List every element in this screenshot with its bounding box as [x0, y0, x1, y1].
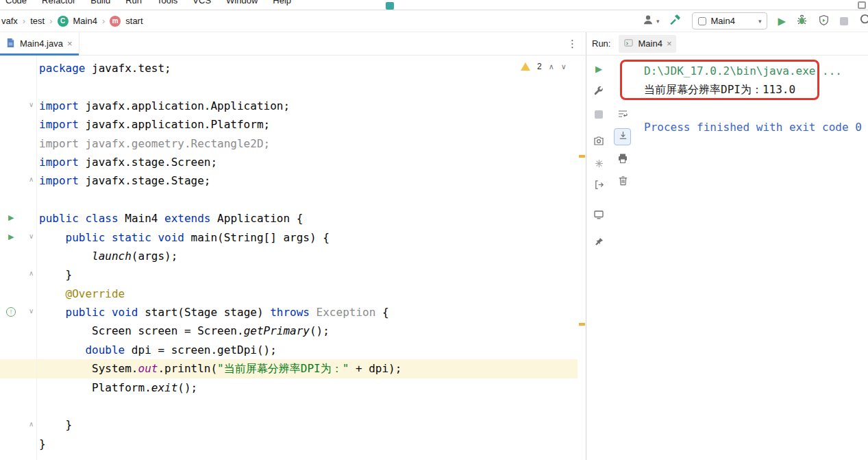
pin-tab-button[interactable] — [593, 237, 604, 248]
next-warning-icon[interactable]: ∨ — [561, 62, 567, 71]
breadcrumb-item-package[interactable]: test — [30, 16, 45, 26]
menu-item-window[interactable]: Window — [226, 0, 258, 10]
menu-item-help[interactable]: Help — [273, 0, 291, 10]
fold-expand-icon[interactable]: ∧ — [29, 175, 34, 183]
menu-item-run[interactable]: Run — [125, 0, 142, 10]
fold-expand-icon[interactable]: ∧ — [29, 269, 34, 277]
code-line[interactable]: launch(args); — [0, 247, 578, 265]
restore-layout-button[interactable] — [593, 210, 604, 221]
breadcrumb-item-project[interactable]: vafx — [1, 16, 18, 26]
thread-dump-button[interactable] — [593, 136, 604, 147]
hammer-icon — [669, 18, 682, 28]
fold-collapse-icon[interactable]: ∨ — [29, 307, 34, 315]
stop-button[interactable] — [840, 17, 848, 25]
code-line[interactable] — [0, 191, 578, 209]
stop-icon — [595, 110, 603, 119]
code-line[interactable]: double dpi = screen.getDpi(); — [0, 341, 578, 359]
run-tab-main4[interactable]: Main4 × — [619, 35, 676, 53]
shield-icon — [818, 18, 830, 28]
wrench-icon — [593, 85, 604, 98]
collect-gc-button[interactable] — [593, 159, 604, 170]
code-line[interactable]: import javafx.stage.Screen; — [0, 153, 578, 171]
build-project-button[interactable] — [669, 14, 682, 28]
modify-run-settings-button[interactable] — [593, 86, 604, 97]
print-button[interactable] — [617, 154, 628, 165]
editor-tab-bar: Main4.java × ⋮ — [0, 32, 586, 56]
run-button[interactable]: ▶ — [778, 16, 786, 26]
stop-process-button[interactable] — [593, 109, 604, 120]
method-icon: m — [110, 16, 121, 27]
soft-wrap-button[interactable] — [617, 109, 628, 120]
menu-item-refactor[interactable]: Refactor — [42, 0, 75, 10]
fold-collapse-icon[interactable]: ∨ — [29, 232, 34, 240]
code-line[interactable] — [0, 77, 578, 96]
code-line[interactable]: import javafx.application.Platform; — [0, 115, 578, 134]
menu-bar: Code Refactor Build Run Tools VCS Window… — [0, 0, 868, 10]
code-line[interactable]: } — [0, 415, 578, 434]
menu-item-vcs[interactable]: VCS — [193, 0, 211, 10]
attach-console-button[interactable] — [593, 180, 604, 191]
code-line[interactable]: import javafx.application.Application; — [0, 97, 578, 115]
menu-item-tools[interactable]: Tools — [157, 0, 177, 10]
soft-wrap-icon — [617, 108, 628, 121]
console-output[interactable]: D:\JDK_17.0.2\bin\java.exe ...当前屏幕分辨率DPI… — [636, 58, 868, 460]
clear-all-button[interactable] — [617, 176, 628, 187]
user-icon — [642, 14, 654, 28]
console-line: D:\JDK_17.0.2\bin\java.exe ... — [644, 62, 868, 80]
search-everywhere-button[interactable] — [858, 12, 868, 29]
breadcrumb-item-method[interactable]: start — [125, 16, 142, 26]
main-toolbar: ▾ Main4 ▾ ▶ — [642, 12, 868, 29]
fold-collapse-icon[interactable]: ∨ — [29, 101, 34, 108]
tab-main4-java[interactable]: Main4.java × — [0, 32, 79, 56]
search-icon — [858, 19, 868, 29]
pin-icon — [594, 237, 604, 249]
tab-options-kebab-icon[interactable]: ⋮ — [567, 38, 586, 50]
code-line[interactable]: @Override — [0, 285, 578, 303]
prev-warning-icon[interactable]: ∧ — [549, 62, 554, 71]
warning-stripe-mark[interactable] — [579, 323, 585, 326]
breadcrumb-item-class[interactable]: Main4 — [73, 16, 97, 26]
warning-icon[interactable] — [521, 62, 530, 71]
monitor-icon — [593, 209, 604, 222]
code-line[interactable]: public class Main4 extends Application { — [0, 209, 578, 228]
editor[interactable]: package javafx.test;import javafx.applic… — [0, 56, 586, 460]
gutter: ∨∧▶▶∨∧↑∨∧ — [0, 56, 37, 460]
code-line[interactable]: Screen screen = Screen.getPrimary(); — [0, 322, 578, 340]
close-icon[interactable]: × — [667, 38, 672, 49]
profile-button[interactable]: ▾ — [642, 14, 660, 28]
code-line[interactable]: System.out.println("当前屏幕分辨率DPI为：" + dpi)… — [0, 359, 578, 378]
overrides-method-icon[interactable]: ↑ — [6, 307, 16, 317]
code-line[interactable]: } — [0, 265, 578, 284]
run-toolbar: ▶ — [586, 56, 610, 460]
menu-item-code[interactable]: Code — [5, 0, 27, 10]
code-line[interactable] — [0, 397, 578, 415]
bug-icon — [796, 18, 808, 28]
breadcrumb-separator-icon: › — [23, 16, 25, 26]
code-line[interactable]: import javafx.geometry.Rectangle2D; — [0, 134, 578, 153]
code-line[interactable]: import javafx.stage.Stage; — [0, 171, 578, 190]
run-line-icon[interactable]: ▶ — [8, 213, 14, 222]
run-config-label: Main4 — [710, 16, 734, 26]
code-line[interactable]: } — [0, 435, 578, 453]
debug-button[interactable] — [796, 14, 808, 28]
close-icon[interactable]: × — [67, 38, 73, 49]
scroll-to-end-button[interactable] — [617, 131, 628, 142]
console-line — [644, 99, 868, 118]
trash-icon — [618, 175, 628, 188]
run-with-coverage-button[interactable] — [818, 14, 830, 28]
fold-expand-icon[interactable]: ∧ — [29, 420, 34, 428]
menu-item-build[interactable]: Build — [90, 0, 110, 10]
code-line[interactable]: package javafx.test; — [0, 59, 578, 77]
menubar-window-icon — [858, 1, 866, 9]
attach-icon — [594, 180, 604, 192]
chevron-down-icon: ▾ — [758, 18, 762, 25]
run-config-select[interactable]: Main4 ▾ — [692, 12, 767, 29]
run-line-icon[interactable]: ▶ — [8, 232, 14, 241]
code-line[interactable]: public void start(Stage stage) throws Ex… — [0, 303, 578, 322]
warning-stripe-mark[interactable] — [579, 155, 585, 158]
code-line[interactable]: public static void main(String[] args) { — [0, 228, 578, 247]
run-tool-window-header: Run: Main4 × — [586, 32, 868, 56]
code-line[interactable]: Platform.exit(); — [0, 378, 578, 397]
rerun-button[interactable]: ▶ — [593, 63, 604, 74]
run-panel-title: Run: — [592, 38, 610, 49]
